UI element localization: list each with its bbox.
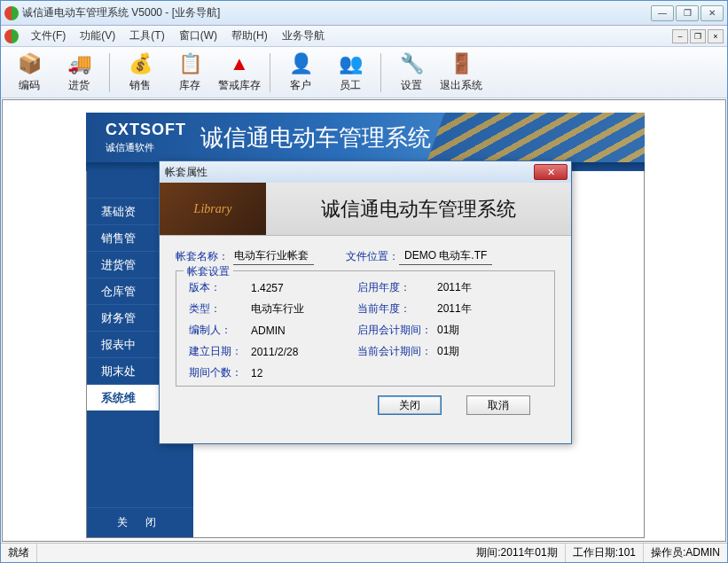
- statusbar: 就绪 期间:2011年01期 工作日期:101 操作员:ADMIN: [1, 543, 727, 562]
- curr-year-label: 当前年度：: [357, 301, 437, 317]
- dialog-close-button[interactable]: ✕: [534, 164, 568, 180]
- enable-period-value: 01期: [437, 323, 508, 338]
- fieldset-legend: 帐套设置: [184, 264, 233, 279]
- create-date-value: 2011/2/28: [251, 346, 357, 358]
- staff-icon: 👥: [338, 51, 363, 76]
- toolbar-separator: [270, 53, 270, 92]
- mdi-close-button[interactable]: ×: [708, 29, 724, 43]
- menu-file[interactable]: 文件(F): [24, 26, 73, 46]
- stock-icon: 📋: [177, 51, 202, 76]
- dialog-titlebar[interactable]: 帐套属性 ✕: [160, 161, 571, 183]
- type-label: 类型：: [189, 301, 251, 317]
- gear-icon: 🔧: [399, 51, 424, 76]
- period-count-value: 12: [251, 367, 357, 379]
- status-workday: 工作日期:101: [566, 543, 644, 562]
- tb-staff-button[interactable]: 👥员工: [325, 50, 375, 96]
- truck-icon: 🚚: [67, 51, 91, 76]
- enable-year-value: 2011年: [437, 280, 508, 295]
- enable-year-label: 启用年度：: [357, 280, 437, 295]
- account-name-value: 电动车行业帐套: [229, 248, 314, 265]
- menu-func[interactable]: 功能(V): [73, 26, 122, 46]
- tb-stock-button[interactable]: 📋库存: [165, 50, 215, 96]
- tb-warn-button[interactable]: ▲警戒库存: [215, 50, 264, 96]
- menu-window[interactable]: 窗口(W): [172, 26, 224, 46]
- maximize-button[interactable]: ❐: [676, 5, 699, 21]
- dialog-body: 帐套名称： 电动车行业帐套 文件位置： DEMO 电动车.TF 帐套设置 版本：…: [160, 236, 571, 422]
- warning-icon: ▲: [227, 51, 252, 76]
- tb-settings-button[interactable]: 🔧设置: [387, 50, 436, 96]
- tb-sales-button[interactable]: 💰销售: [115, 50, 165, 96]
- money-bag-icon: 💰: [128, 51, 153, 76]
- account-properties-dialog: 帐套属性 ✕ Library 诚信通电动车管理系统 帐套名称： 电动车行业帐套 …: [159, 160, 572, 444]
- file-path-label: 文件位置：: [346, 249, 399, 264]
- create-date-label: 建立日期：: [189, 344, 251, 359]
- toolbar-separator: [109, 53, 110, 92]
- close-button[interactable]: ✕: [701, 5, 724, 21]
- nav-header: CXTSOFT 诚信通软件 诚信通电动车管理系统: [86, 113, 645, 162]
- period-count-label: 期间个数：: [189, 365, 251, 380]
- status-ready: 就绪: [1, 543, 37, 562]
- menu-tools[interactable]: 工具(T): [122, 26, 171, 46]
- tb-exit-button[interactable]: 🚪退出系统: [436, 50, 486, 96]
- dialog-banner: Library 诚信通电动车管理系统: [160, 183, 571, 236]
- main-window: 诚信通电动车管理系统 V5000 - [业务导航] — ❐ ✕ 文件(F) 功能…: [0, 0, 728, 563]
- dialog-cancel-button[interactable]: 取消: [466, 395, 530, 415]
- mdi-client: CXTSOFT 诚信通软件 诚信通电动车管理系统 基础资 销售管 进货管 仓库管…: [2, 99, 726, 542]
- toolbar: 📦编码 🚚进货 💰销售 📋库存 ▲警戒库存 👤客户 👥员工 🔧设置 🚪退出系统: [1, 47, 727, 98]
- account-name-label: 帐套名称：: [176, 249, 229, 264]
- curr-period-value: 01期: [437, 344, 508, 359]
- tb-purchase-button[interactable]: 🚚进货: [54, 50, 104, 96]
- app-icon-small: [4, 29, 19, 43]
- banner-title: 诚信通电动车管理系统: [266, 196, 571, 223]
- nav-logo: CXTSOFT: [106, 121, 186, 139]
- tb-customer-button[interactable]: 👤客户: [276, 50, 325, 96]
- titlebar[interactable]: 诚信通电动车管理系统 V5000 - [业务导航] — ❐ ✕: [1, 1, 727, 26]
- toolbar-separator: [380, 53, 381, 92]
- nav-logo-sub: 诚信通软件: [106, 141, 186, 154]
- version-value: 1.4257: [251, 282, 357, 294]
- enable-period-label: 启用会计期间：: [357, 323, 437, 338]
- curr-period-label: 当前会计期间：: [357, 344, 437, 359]
- dialog-title: 帐套属性: [163, 165, 534, 180]
- menu-help[interactable]: 帮助(H): [224, 26, 275, 46]
- app-icon: [4, 6, 19, 20]
- dialog-close-action-button[interactable]: 关闭: [378, 395, 442, 415]
- author-label: 编制人：: [189, 323, 251, 338]
- customer-icon: 👤: [288, 51, 313, 76]
- menubar: 文件(F) 功能(V) 工具(T) 窗口(W) 帮助(H) 业务导航 – ❐ ×: [1, 26, 727, 47]
- version-label: 版本：: [189, 280, 251, 295]
- nav-close-button[interactable]: 关 闭: [87, 507, 193, 537]
- menu-nav[interactable]: 业务导航: [275, 26, 332, 46]
- tb-code-button[interactable]: 📦编码: [4, 50, 54, 96]
- author-value: ADMIN: [251, 325, 357, 337]
- minimize-button[interactable]: —: [651, 5, 674, 21]
- mdi-restore-button[interactable]: ❐: [690, 29, 706, 43]
- status-period: 期间:2011年01期: [469, 543, 565, 562]
- type-value: 电动车行业: [251, 301, 357, 317]
- curr-year-value: 2011年: [437, 301, 508, 317]
- nav-title: 诚信通电动车管理系统: [200, 122, 431, 153]
- file-path-value: DEMO 电动车.TF: [399, 248, 492, 265]
- status-operator: 操作员:ADMIN: [644, 543, 727, 562]
- exit-icon: 🚪: [449, 51, 474, 76]
- window-title: 诚信通电动车管理系统 V5000 - [业务导航]: [22, 5, 651, 20]
- box-icon: 📦: [17, 51, 42, 76]
- mdi-minimize-button[interactable]: –: [672, 29, 688, 43]
- banner-image: Library: [160, 183, 266, 236]
- account-settings-fieldset: 帐套设置 版本： 1.4257 启用年度： 2011年 类型： 电动车行业 当前…: [176, 270, 555, 387]
